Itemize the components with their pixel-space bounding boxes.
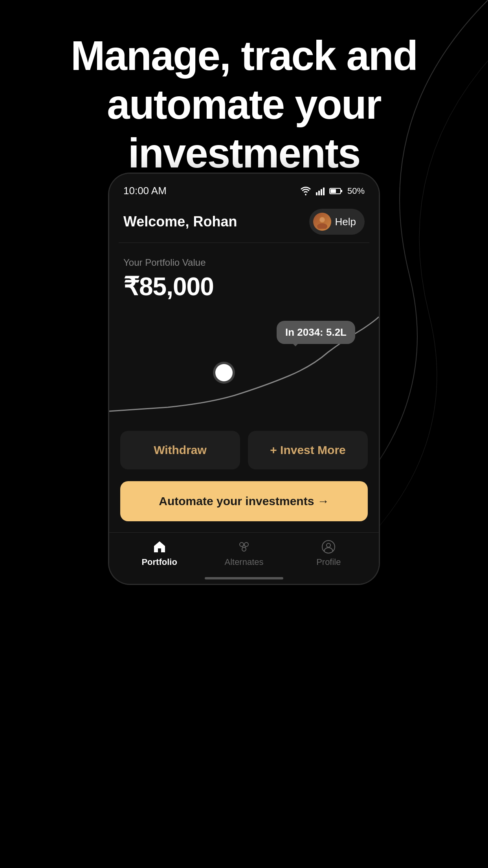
nav-item-profile[interactable]: Profile bbox=[305, 540, 352, 567]
svg-rect-0 bbox=[316, 192, 317, 195]
hero-section: Manage, track and automate your investme… bbox=[0, 31, 488, 178]
avatar-image bbox=[313, 213, 331, 231]
svg-point-8 bbox=[317, 223, 327, 229]
phone-mockup: 10:00 AM 50% Welcome, Rohan bbox=[108, 173, 380, 585]
portfolio-label: Your Portfolio Value bbox=[123, 257, 365, 268]
avatar bbox=[313, 213, 331, 231]
automate-label: Automate your investments → bbox=[159, 495, 329, 508]
chart-tooltip: In 2034: 5.2L bbox=[277, 321, 355, 344]
nav-label-portfolio: Portfolio bbox=[141, 557, 177, 567]
alternates-icon bbox=[237, 540, 251, 554]
svg-point-10 bbox=[240, 542, 244, 546]
signal-icon bbox=[316, 187, 325, 195]
welcome-text: Welcome, Rohan bbox=[123, 213, 237, 230]
chart-dot bbox=[215, 364, 233, 381]
svg-rect-5 bbox=[330, 189, 336, 193]
nav-label-alternates: Alternates bbox=[224, 557, 263, 567]
home-indicator bbox=[109, 573, 379, 584]
help-button[interactable]: Help bbox=[309, 209, 365, 235]
status-icons: 50% bbox=[300, 186, 365, 196]
portfolio-section: Your Portfolio Value ₹85,000 bbox=[109, 243, 379, 309]
svg-rect-2 bbox=[321, 189, 322, 195]
svg-point-9 bbox=[320, 217, 325, 222]
bottom-nav: Portfolio Alternates Profile bbox=[109, 532, 379, 573]
automate-button[interactable]: Automate your investments → bbox=[120, 481, 368, 521]
svg-point-17 bbox=[327, 543, 330, 547]
home-icon bbox=[152, 540, 167, 554]
hero-title: Manage, track and automate your investme… bbox=[31, 31, 457, 178]
chart-area: In 2034: 5.2L bbox=[109, 309, 379, 419]
help-label: Help bbox=[335, 216, 356, 228]
svg-rect-6 bbox=[341, 190, 342, 192]
automate-section: Automate your investments → bbox=[109, 477, 379, 532]
invest-button[interactable]: + Invest More bbox=[248, 431, 368, 469]
portfolio-value: ₹85,000 bbox=[123, 272, 365, 301]
svg-point-11 bbox=[244, 542, 248, 546]
svg-point-12 bbox=[242, 547, 246, 551]
wifi-icon bbox=[300, 187, 311, 195]
home-bar bbox=[205, 577, 283, 579]
battery-icon bbox=[329, 187, 343, 195]
nav-item-alternates[interactable]: Alternates bbox=[220, 540, 268, 567]
battery-percent: 50% bbox=[347, 186, 365, 196]
status-bar: 10:00 AM 50% bbox=[109, 174, 379, 203]
svg-rect-3 bbox=[323, 188, 325, 195]
svg-rect-1 bbox=[318, 191, 320, 195]
status-time: 10:00 AM bbox=[123, 185, 167, 197]
profile-icon bbox=[321, 540, 336, 554]
withdraw-button[interactable]: Withdraw bbox=[120, 431, 240, 469]
nav-item-portfolio[interactable]: Portfolio bbox=[136, 540, 183, 567]
app-header: Welcome, Rohan Help bbox=[109, 203, 379, 243]
action-buttons: Withdraw + Invest More bbox=[109, 419, 379, 477]
nav-label-profile: Profile bbox=[316, 557, 341, 567]
